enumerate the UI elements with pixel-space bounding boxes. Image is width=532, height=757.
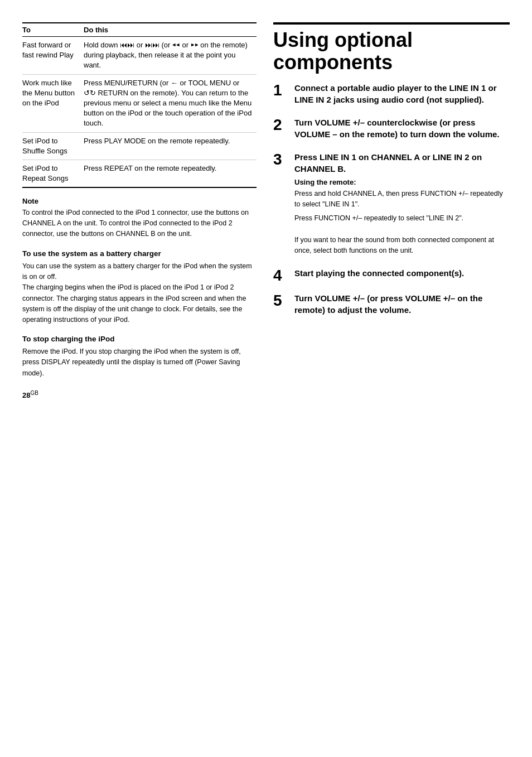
step-1: 1Connect a portable audio player to the … — [273, 82, 510, 109]
step-main-text-1: Connect a portable audio player to the L… — [294, 82, 510, 105]
note-section: Note To control the iPod connected to th… — [22, 197, 257, 239]
table-row: Fast forward or fast rewind PlayHold dow… — [22, 37, 257, 75]
table-cell-to: Work much like the Menu button on the iP… — [22, 74, 84, 132]
table-cell-do: Press REPEAT on the remote repeatedly. — [84, 160, 257, 187]
stop-title: To stop charging the iPod — [22, 335, 257, 343]
step-main-text-5: Turn VOLUME +/– (or press VOLUME +/– on … — [294, 292, 510, 316]
table-cell-do: Press MENU/RETURN (or ← or TOOL MENU or … — [84, 74, 257, 132]
step-number-3: 3 — [273, 151, 289, 168]
stop-text: Remove the iPod. If you stop charging th… — [22, 346, 257, 379]
table-row: Set iPod to Shuffle SongsPress PLAY MODE… — [22, 132, 257, 160]
stop-subsection: To stop charging the iPod Remove the iPo… — [22, 335, 257, 379]
step-number-4: 4 — [273, 267, 289, 285]
battery-subsection: To use the system as a battery charger Y… — [22, 249, 257, 326]
section-title: Using optional components — [273, 22, 510, 73]
table-header-to: To — [22, 23, 84, 37]
step-number-2: 2 — [273, 117, 289, 134]
step-2: 2Turn VOLUME +/– counterclockwise (or pr… — [273, 117, 510, 143]
step-content-2: Turn VOLUME +/– counterclockwise (or pre… — [294, 117, 510, 143]
step-number-1: 1 — [273, 82, 289, 99]
step-content-5: Turn VOLUME +/– (or press VOLUME +/– on … — [294, 292, 510, 319]
page-layout: To Do this Fast forward or fast rewind P… — [22, 22, 510, 399]
step-main-text-4: Start playing the connected component(s)… — [294, 267, 510, 279]
step-sub-line-3-0: Press and hold CHANNEL A, then press FUN… — [294, 189, 510, 210]
step-main-text-2: Turn VOLUME +/– counterclockwise (or pre… — [294, 117, 510, 140]
table-cell-do: Press PLAY MODE on the remote repeatedly… — [84, 132, 257, 160]
step-3: 3Press LINE IN 1 on CHANNEL A or LINE IN… — [273, 151, 510, 259]
battery-title: To use the system as a battery charger — [22, 249, 257, 258]
table-row: Work much like the Menu button on the iP… — [22, 74, 257, 132]
step-main-text-3: Press LINE IN 1 on CHANNEL A or LINE IN … — [294, 151, 510, 175]
step-sub-line-3-3: If you want to hear the sound from both … — [294, 235, 510, 256]
page-number: 28GB — [22, 390, 257, 399]
instruction-table: To Do this Fast forward or fast rewind P… — [22, 22, 257, 188]
step-content-3: Press LINE IN 1 on CHANNEL A or LINE IN … — [294, 151, 510, 259]
steps-container: 1Connect a portable audio player to the … — [273, 82, 510, 319]
battery-text: You can use the system as a battery char… — [22, 261, 257, 326]
step-sub-line-3-1: Press FUNCTION +/– repeatedly to select … — [294, 213, 510, 224]
table-cell-to: Set iPod to Shuffle Songs — [22, 132, 84, 160]
step-number-5: 5 — [273, 292, 289, 310]
step-4: 4Start playing the connected component(s… — [273, 267, 510, 285]
table-header-do: Do this — [84, 23, 257, 37]
step-5: 5Turn VOLUME +/– (or press VOLUME +/– on… — [273, 292, 510, 319]
table-cell-do: Hold down ⏮⏭ or ⏭⏭ (or ◀◀ or ▶▶ on the r… — [84, 37, 257, 75]
step-content-1: Connect a portable audio player to the L… — [294, 82, 510, 109]
table-cell-to: Set iPod to Repeat Songs — [22, 160, 84, 187]
left-column: To Do this Fast forward or fast rewind P… — [22, 22, 257, 399]
right-column: Using optional components 1Connect a por… — [273, 22, 510, 399]
step-sub-title-3: Using the remote: — [294, 178, 510, 186]
step-content-4: Start playing the connected component(s)… — [294, 267, 510, 282]
table-cell-to: Fast forward or fast rewind Play — [22, 37, 84, 75]
note-title: Note — [22, 197, 257, 205]
note-text: To control the iPod connected to the iPo… — [22, 208, 257, 239]
table-row: Set iPod to Repeat SongsPress REPEAT on … — [22, 160, 257, 187]
